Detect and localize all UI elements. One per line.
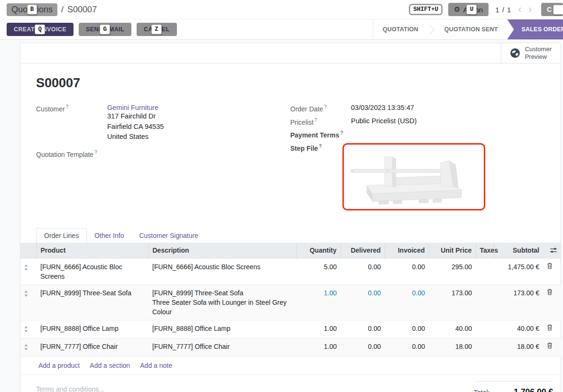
navbar-right: SHIFT+U ⚙ Action U 1 / 1 ‹ › C (410, 3, 563, 16)
cell-delivered[interactable]: 0.00 (341, 258, 385, 284)
tab-order-lines[interactable]: Order Lines (36, 228, 87, 243)
drag-handle-icon[interactable] (24, 344, 28, 352)
table-row[interactable]: [FURN_8999] Three-Seat Sofa [FURN_8999] … (20, 284, 561, 320)
cell-product[interactable]: [FURN_8888] Office Lamp (37, 320, 148, 338)
edge-clipped-keycap (553, 5, 563, 15)
column-header-unit-price[interactable]: Unit Price (429, 243, 476, 259)
column-header-delivered[interactable]: Delivered (341, 243, 385, 259)
cell-product[interactable]: [FURN_8999] Three-Seat Sofa (37, 284, 148, 320)
delete-row-button[interactable] (547, 342, 553, 350)
action-menu-button[interactable]: ⚙ Action U (448, 3, 489, 16)
drag-handle-icon[interactable] (24, 291, 28, 298)
pager-next-icon[interactable]: › (528, 4, 532, 15)
cell-taxes[interactable] (476, 284, 494, 320)
breadcrumb-separator: / (61, 5, 64, 15)
column-header-description[interactable]: Description (148, 243, 296, 259)
drag-handle-icon[interactable] (24, 326, 28, 334)
stage-quotation[interactable]: QUOTATION (373, 19, 428, 39)
optional-columns-toggle[interactable] (550, 246, 557, 255)
cell-unit-price[interactable]: 173.00 (429, 284, 476, 320)
step-file-preview[interactable] (342, 143, 485, 210)
cell-invoiced[interactable]: 0.00 (385, 338, 429, 356)
delete-row-button[interactable] (547, 288, 553, 297)
add-note-link[interactable]: Add a note (140, 362, 172, 369)
delete-row-button[interactable] (547, 262, 553, 271)
edge-clipped-button-label: C (547, 6, 552, 13)
trash-icon (547, 324, 553, 331)
column-header-taxes[interactable]: Taxes (476, 243, 494, 259)
optional-columns-header (543, 243, 561, 259)
breadcrumb-parent-link[interactable]: Quotations B (7, 3, 57, 16)
stage-quotation-sent[interactable]: QUOTATION SENT (435, 19, 508, 39)
cell-delivered[interactable]: 0.00 (341, 338, 385, 356)
step-file-3d-render (348, 148, 480, 205)
cell-unit-price[interactable]: 295.00 (429, 258, 476, 284)
cell-quantity[interactable]: 5.00 (296, 258, 341, 284)
status-pipeline: QUOTATION QUOTATION SENT SALES ORDER (373, 19, 563, 39)
cell-unit-price[interactable]: 40.00 (429, 320, 476, 338)
stage-sales-order-active[interactable]: SALES ORDER (508, 19, 563, 39)
help-marker: ? (66, 104, 69, 109)
tab-customer-signature[interactable]: Customer Signature (131, 228, 206, 243)
drag-handle-icon[interactable] (24, 264, 28, 272)
cell-product[interactable]: [FURN_6666] Acoustic Bloc Screens (37, 258, 148, 284)
field-grid: Customer? Gemini Furniture 317 Fairchild… (36, 104, 545, 215)
terms-placeholder-field[interactable]: Terms and conditions... (36, 375, 104, 392)
top-navbar: Quotations B / S00007 SHIFT+U ⚙ Action U… (0, 0, 563, 19)
sliders-icon (550, 247, 557, 253)
globe-icon (510, 48, 520, 58)
cell-invoiced[interactable]: 0.00 (385, 320, 429, 338)
cancel-button[interactable]: CANCEL Z (137, 23, 176, 36)
table-header-row: Product Description Quantity Delivered I… (20, 243, 561, 259)
add-product-link[interactable]: Add a product (38, 362, 80, 369)
cell-delivered[interactable]: 0.00 (341, 320, 385, 338)
cell-taxes[interactable] (476, 338, 494, 356)
cell-taxes[interactable] (476, 320, 494, 338)
pricelist-field-value[interactable]: Public Pricelist (USD) (351, 117, 417, 126)
delete-row-button[interactable] (547, 324, 553, 332)
create-invoice-button[interactable]: CREATE INVOICE Q (7, 23, 74, 36)
customer-preview-button[interactable]: Customer Preview (501, 43, 560, 63)
page-title: S00007 (36, 76, 545, 91)
customer-preview-label: Customer Preview (525, 46, 552, 60)
cell-description[interactable]: [FURN_8888] Office Lamp (148, 320, 296, 338)
cell-product[interactable]: [FURN_7777] Office Chair (37, 338, 148, 356)
cell-description[interactable]: [FURN_7777] Office Chair (148, 338, 296, 356)
pager-value: 1 / 1 (495, 6, 511, 14)
table-row[interactable]: [FURN_6666] Acoustic Bloc Screens [FURN_… (20, 258, 561, 284)
send-email-button[interactable]: SEND EMAIL G (79, 23, 131, 36)
customer-link[interactable]: Gemini Furniture (107, 104, 158, 111)
table-row[interactable]: [FURN_7777] Office Chair [FURN_7777] Off… (20, 338, 561, 356)
column-header-quantity[interactable]: Quantity (296, 243, 341, 259)
cell-quantity[interactable]: 1.00 (296, 320, 341, 338)
cell-description[interactable]: [FURN_6666] Acoustic Bloc Screens (148, 258, 296, 284)
add-section-link[interactable]: Add a section (90, 362, 130, 369)
order-date-field-value[interactable]: 03/03/2023 13:35:47 (351, 104, 414, 113)
cell-description[interactable]: [FURN_8999] Three-Seat Sofa Three Seater… (148, 284, 296, 320)
cell-invoiced[interactable]: 0.00 (385, 258, 429, 284)
customer-field-label: Customer? (36, 104, 107, 142)
cell-invoiced[interactable]: 0.00 (385, 284, 429, 320)
trash-icon (547, 263, 553, 269)
pager-prev-icon[interactable]: ‹ (518, 4, 521, 15)
column-header-invoiced[interactable]: Invoiced (385, 243, 429, 259)
column-header-subtotal[interactable]: Subtotal (494, 243, 543, 259)
table-row[interactable]: [FURN_8888] Office Lamp [FURN_8888] Offi… (20, 320, 561, 338)
tab-other-info[interactable]: Other Info (87, 228, 131, 243)
handle-column-header (20, 243, 37, 259)
cell-taxes[interactable] (476, 258, 494, 284)
column-header-product[interactable]: Product (37, 243, 148, 259)
customer-field-value: Gemini Furniture 317 Fairchild Dr Fairfi… (107, 104, 164, 142)
cell-unit-price[interactable]: 18.00 (429, 338, 476, 356)
total-box: Total: 1,706.00 € (474, 381, 553, 392)
cell-delivered[interactable]: 0.00 (341, 284, 385, 320)
table-footer-links-row: Add a product Add a section Add a note (20, 356, 561, 374)
fields-left-column: Customer? Gemini Furniture 317 Fairchild… (36, 104, 290, 215)
edge-clipped-button[interactable]: C (541, 3, 563, 16)
help-marker: ? (340, 130, 343, 136)
shortcut-keycap-q: Q (35, 25, 46, 35)
total-value: 1,706.00 € (514, 387, 553, 392)
cell-quantity[interactable]: 1.00 (296, 284, 341, 320)
cell-quantity[interactable]: 1.00 (296, 338, 341, 356)
gear-icon: ⚙ (454, 5, 460, 14)
